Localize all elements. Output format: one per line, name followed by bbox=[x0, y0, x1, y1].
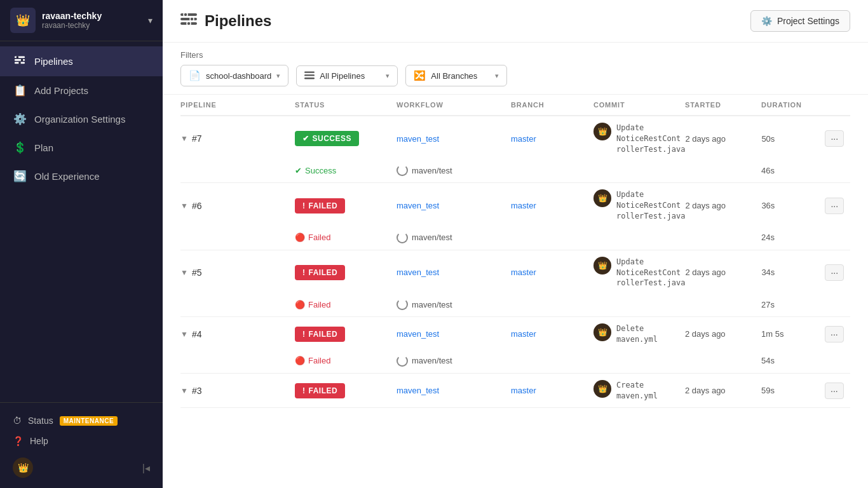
pipeline-filter-select[interactable]: All Pipelines ▾ bbox=[296, 65, 398, 86]
more-actions-6[interactable]: ··· bbox=[825, 198, 850, 214]
workflow-6[interactable]: maven_test bbox=[397, 201, 511, 210]
filters-label: Filters bbox=[180, 50, 850, 60]
old-experience-icon: 🔄 bbox=[13, 170, 27, 183]
pipeline-group-6: ▼ #6 ! FAILED maven_test master 👑 bbox=[180, 183, 850, 250]
expand-arrow-5[interactable]: ▼ bbox=[180, 268, 188, 277]
sidebar-item-old-experience[interactable]: 🔄 Old Experience bbox=[0, 162, 163, 191]
sub-exclaim-icon-5: 🔴 bbox=[295, 300, 305, 309]
add-projects-icon: 📋 bbox=[13, 84, 27, 97]
success-badge-7: ✔ SUCCESS bbox=[295, 131, 359, 146]
failed-badge-4: ! FAILED bbox=[295, 327, 345, 342]
pipeline-number-7: #7 bbox=[192, 133, 202, 144]
commit-msg-6: Update NoticeRestControllerTest.java bbox=[616, 189, 685, 221]
branch-link-4[interactable]: master bbox=[511, 329, 536, 339]
user-avatar[interactable]: 👑 bbox=[13, 458, 33, 478]
collapse-sidebar-button[interactable]: |◂ bbox=[142, 462, 150, 474]
sub-workflow-7: maven/test bbox=[397, 165, 511, 176]
branch-4[interactable]: master bbox=[511, 329, 593, 339]
commit-msg-7: Update NoticeRestControllerTest.java bbox=[616, 123, 685, 154]
workflow-link-3[interactable]: maven_test bbox=[397, 386, 439, 395]
workflow-4[interactable]: maven_test bbox=[397, 329, 511, 339]
branch-6[interactable]: master bbox=[511, 201, 593, 210]
workflow-link-6[interactable]: maven_test bbox=[397, 201, 439, 210]
org-info-area[interactable]: 👑 ravaan-techky ravaan-techky bbox=[10, 8, 102, 33]
branch-filter-select[interactable]: 🔀 All Branches ▾ bbox=[405, 65, 507, 86]
status-badge-3: ! FAILED bbox=[295, 383, 397, 398]
failed-badge-6: ! FAILED bbox=[295, 198, 345, 214]
project-settings-label: Project Settings bbox=[777, 16, 839, 26]
pipeline-id-7: ▼ #7 bbox=[180, 133, 295, 144]
sidebar-item-pipelines[interactable]: Pipelines bbox=[0, 46, 163, 76]
branch-link-6[interactable]: master bbox=[511, 201, 536, 210]
branch-filter-label: All Branches bbox=[431, 71, 490, 81]
workflow-link-4[interactable]: maven_test bbox=[397, 329, 439, 339]
filters-row: 📄 school-dashboard ▾ All Pipelines ▾ 🔀 A… bbox=[180, 65, 850, 86]
more-button-4[interactable]: ··· bbox=[825, 326, 844, 342]
workflow-link-5[interactable]: maven_test bbox=[397, 268, 439, 277]
help-item[interactable]: ❓ Help bbox=[10, 431, 153, 451]
branch-link-7[interactable]: master bbox=[511, 134, 536, 144]
svg-point-11 bbox=[187, 22, 191, 25]
workflow-link-7[interactable]: maven_test bbox=[397, 134, 439, 144]
workflow-7[interactable]: maven_test bbox=[397, 134, 511, 144]
duration-7: 50s bbox=[761, 134, 825, 144]
branch-link-3[interactable]: master bbox=[511, 386, 536, 395]
more-actions-7[interactable]: ··· bbox=[825, 130, 850, 147]
pipeline-id-5: ▼ #5 bbox=[180, 268, 295, 278]
commit-avatar-4: 👑 bbox=[593, 323, 611, 341]
table-header: PIPELINE STATUS WORKFLOW BRANCH COMMIT S… bbox=[180, 95, 850, 116]
workflow-5[interactable]: maven_test bbox=[397, 268, 511, 277]
more-button-7[interactable]: ··· bbox=[825, 130, 844, 147]
branch-link-5[interactable]: master bbox=[511, 268, 536, 277]
col-duration: DURATION bbox=[761, 101, 825, 109]
sidebar: 👑 ravaan-techky ravaan-techky ▾ Pipeline… bbox=[0, 0, 163, 488]
commit-4: 👑 Delete maven.yml bbox=[593, 323, 685, 345]
workflow-spinner-6 bbox=[397, 232, 408, 243]
svg-point-5 bbox=[18, 62, 21, 64]
branch-7[interactable]: master bbox=[511, 134, 593, 144]
sidebar-item-org-settings[interactable]: ⚙️ Organization Settings bbox=[0, 105, 163, 133]
more-button-6[interactable]: ··· bbox=[825, 198, 844, 214]
sidebar-nav: Pipelines 📋 Add Projects ⚙️ Organization… bbox=[0, 41, 163, 402]
commit-avatar-5: 👑 bbox=[593, 257, 611, 274]
chevron-down-icon[interactable]: ▾ bbox=[148, 15, 153, 25]
commit-6: 👑 Update NoticeRestControllerTest.java bbox=[593, 189, 685, 221]
project-filter-select[interactable]: 📄 school-dashboard ▾ bbox=[180, 65, 288, 86]
more-button-5[interactable]: ··· bbox=[825, 264, 844, 281]
duration-6: 36s bbox=[761, 201, 825, 210]
started-4: 2 days ago bbox=[685, 329, 761, 339]
sidebar-item-add-projects[interactable]: 📋 Add Projects bbox=[0, 76, 163, 105]
col-status: STATUS bbox=[295, 101, 397, 109]
more-actions-4[interactable]: ··· bbox=[825, 326, 850, 342]
branch-filter-icon: 🔀 bbox=[414, 70, 426, 81]
more-actions-3[interactable]: ··· bbox=[825, 383, 850, 399]
sidebar-item-plan[interactable]: 💲 Plan bbox=[0, 133, 163, 162]
more-actions-5[interactable]: ··· bbox=[825, 264, 850, 281]
branch-5[interactable]: master bbox=[511, 268, 593, 277]
sidebar-item-label-plan: Plan bbox=[34, 142, 53, 153]
commit-msg-5: Update NoticeRestControllerTest.java bbox=[616, 257, 685, 288]
sub-duration-4: 54s bbox=[761, 356, 825, 365]
main-content: Pipelines ⚙️ Project Settings Filters 📄 … bbox=[163, 0, 868, 488]
svg-rect-1 bbox=[15, 59, 25, 61]
main-header: Pipelines ⚙️ Project Settings bbox=[163, 0, 868, 43]
duration-4: 1m 5s bbox=[761, 329, 825, 339]
failed-badge-5: ! FAILED bbox=[295, 265, 345, 280]
expand-arrow-7[interactable]: ▼ bbox=[180, 134, 188, 143]
more-button-3[interactable]: ··· bbox=[825, 383, 844, 399]
svg-rect-13 bbox=[304, 74, 315, 76]
duration-5: 34s bbox=[761, 268, 825, 277]
sub-status-7: ✔ Success bbox=[295, 166, 397, 175]
sub-status-6: 🔴 Failed bbox=[295, 233, 397, 242]
svg-point-3 bbox=[17, 56, 19, 58]
sub-row-4: 🔴 Failed maven/test 54s bbox=[180, 351, 850, 373]
expand-arrow-6[interactable]: ▼ bbox=[180, 201, 188, 210]
expand-arrow-3[interactable]: ▼ bbox=[180, 386, 188, 395]
sub-exclaim-icon-4: 🔴 bbox=[295, 356, 305, 365]
branch-3[interactable]: master bbox=[511, 386, 593, 395]
project-settings-button[interactable]: ⚙️ Project Settings bbox=[750, 10, 850, 32]
pipeline-group-4: ▼ #4 ! FAILED maven_test master 👑 bbox=[180, 317, 850, 374]
expand-arrow-4[interactable]: ▼ bbox=[180, 330, 188, 339]
sub-check-icon-7: ✔ bbox=[295, 166, 302, 175]
workflow-3[interactable]: maven_test bbox=[397, 386, 511, 395]
